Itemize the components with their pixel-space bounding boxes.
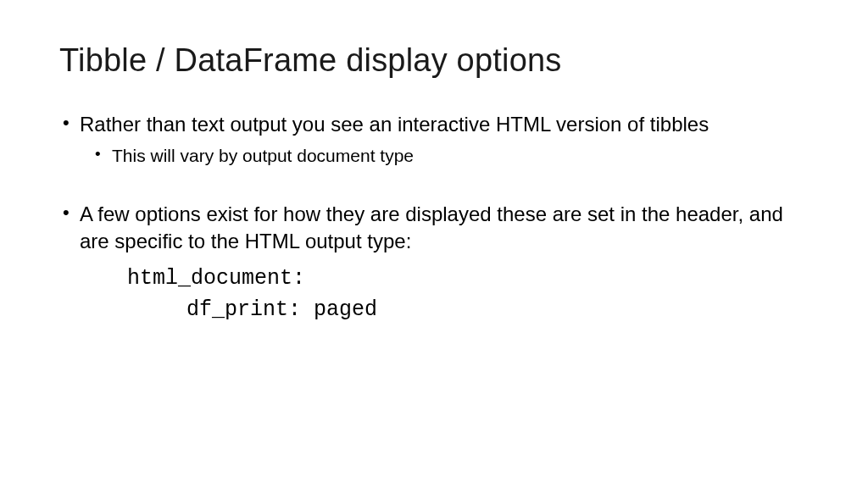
slide-content: Rather than text output you see an inter… <box>59 111 809 326</box>
code-line: df_print: paged <box>59 294 809 326</box>
bullet-item: Rather than text output you see an inter… <box>59 111 809 137</box>
code-block: html_document: df_print: paged <box>59 263 809 326</box>
code-line: html_document: <box>59 263 809 295</box>
slide-title: Tibble / DataFrame display options <box>59 42 809 79</box>
bullet-item: A few options exist for how they are dis… <box>59 201 809 253</box>
bullet-subitem: This will vary by output document type <box>59 144 809 167</box>
